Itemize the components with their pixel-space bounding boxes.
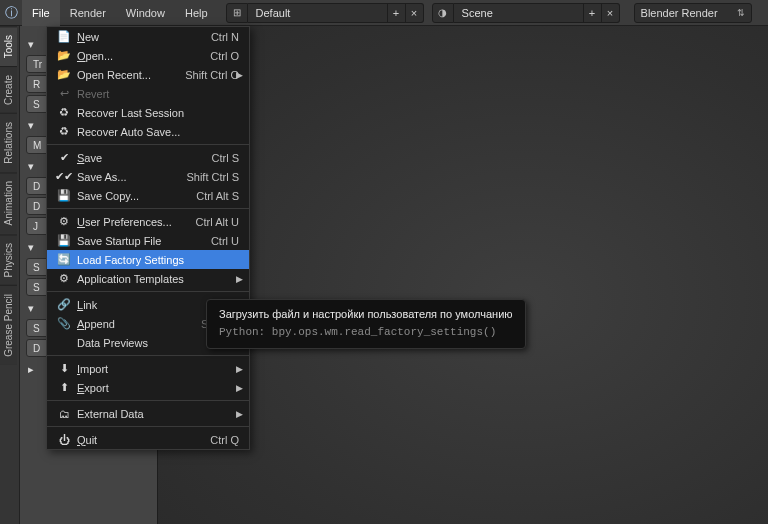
menu-item-recover-last-session[interactable]: ♻Recover Last Session [47, 103, 249, 122]
submenu-arrow-icon: ▶ [236, 383, 243, 393]
menu-item-save-copy[interactable]: 💾Save Copy...Ctrl Alt S [47, 186, 249, 205]
submenu-arrow-icon: ▶ [236, 70, 243, 80]
submenu-arrow-icon: ▶ [236, 364, 243, 374]
menu-item-label: Export [73, 382, 241, 394]
menu-shortcut: Ctrl Alt S [196, 190, 241, 202]
chevron-updown-icon: ⇅ [737, 8, 745, 18]
top-header: ⓘ File Render Window Help ⊞ Default + × … [0, 0, 768, 26]
save-icon: 💾 [55, 234, 73, 247]
menu-item-new[interactable]: 📄NewCtrl N [47, 27, 249, 46]
menu-item-label: New [73, 31, 211, 43]
menu-item-user-preferences[interactable]: ⚙User Preferences...Ctrl Alt U [47, 212, 249, 231]
vtab-physics[interactable]: Physics [0, 234, 17, 285]
tooltip-python: Python: bpy.ops.wm.read_factory_settings… [219, 326, 513, 338]
menu-item-external-data[interactable]: 🗂External Data▶ [47, 404, 249, 423]
recover-icon: ♻ [55, 125, 73, 138]
menu-shortcut: Ctrl Alt U [196, 216, 241, 228]
menu-item-open-recent[interactable]: 📂Open Recent...Shift Ctrl O▶ [47, 65, 249, 84]
menu-separator [47, 291, 249, 292]
menu-shortcut: Shift Ctrl S [186, 171, 241, 183]
menu-item-label: Load Factory Settings [73, 254, 241, 266]
menu-separator [47, 144, 249, 145]
menu-item-recover-auto-save[interactable]: ♻Recover Auto Save... [47, 122, 249, 141]
layout-browse-icon[interactable]: ⊞ [226, 3, 248, 23]
folder-icon: 📂 [55, 68, 73, 81]
link-icon: 🔗 [55, 298, 73, 311]
menu-render[interactable]: Render [60, 0, 116, 26]
menu-file[interactable]: File [22, 0, 60, 26]
menu-separator [47, 355, 249, 356]
menu-item-label: Recover Last Session [73, 107, 241, 119]
scene-delete-button[interactable]: × [602, 3, 620, 23]
menu-shortcut: Ctrl U [211, 235, 241, 247]
menu-shortcut: Ctrl N [211, 31, 241, 43]
doc-icon: 📄 [55, 30, 73, 43]
scene-browse-icon[interactable]: ◑ [432, 3, 454, 23]
submenu-arrow-icon: ▶ [236, 409, 243, 419]
menu-item-label: Save As... [73, 171, 186, 183]
tooltip: Загрузить файл и настройки пользователя … [206, 299, 526, 349]
menu-separator [47, 208, 249, 209]
quit-icon: ⏻ [55, 434, 73, 446]
render-engine-dropdown[interactable]: Blender Render ⇅ [634, 3, 752, 23]
info-editor-icon[interactable]: ⓘ [0, 2, 22, 24]
folder-icon: 📂 [55, 49, 73, 62]
menu-item-label: Save Startup File [73, 235, 211, 247]
layout-add-button[interactable]: + [388, 3, 406, 23]
submenu-arrow-icon: ▶ [236, 274, 243, 284]
menu-window[interactable]: Window [116, 0, 175, 26]
menu-shortcut: Shift Ctrl O [185, 69, 241, 81]
import-icon: ⬇ [55, 362, 73, 375]
menu-shortcut: Ctrl O [210, 50, 241, 62]
menu-item-import[interactable]: ⬇Import▶ [47, 359, 249, 378]
menu-shortcut: Ctrl Q [210, 434, 241, 446]
append-icon: 📎 [55, 317, 73, 330]
menu-item-label: Append [73, 318, 201, 330]
screen-layout-field-group: ⊞ Default + × [226, 3, 424, 23]
scene-field-group: ◑ Scene + × [432, 3, 620, 23]
menu-separator [47, 426, 249, 427]
menu-item-open[interactable]: 📂Open...Ctrl O [47, 46, 249, 65]
menu-item-load-factory-settings[interactable]: 🔄Load Factory Settings [47, 250, 249, 269]
menu-item-label: Save [73, 152, 212, 164]
load-icon: 🔄 [55, 253, 73, 266]
menu-item-application-templates[interactable]: ⚙Application Templates▶ [47, 269, 249, 288]
vtab-grease-pencil[interactable]: Grease Pencil [0, 285, 17, 365]
menu-item-label: Open Recent... [73, 69, 185, 81]
vtab-relations[interactable]: Relations [0, 113, 17, 172]
vtab-create[interactable]: Create [0, 66, 17, 113]
scene-name-field[interactable]: Scene [454, 3, 584, 23]
external-icon: 🗂 [55, 408, 73, 420]
layout-name-field[interactable]: Default [248, 3, 388, 23]
menu-item-label: Revert [73, 88, 241, 100]
revert-icon: ↩ [55, 87, 73, 100]
scene-add-button[interactable]: + [584, 3, 602, 23]
tooltip-title: Загрузить файл и настройки пользователя … [219, 308, 513, 320]
menu-item-label: Import [73, 363, 241, 375]
menu-item-label: Save Copy... [73, 190, 196, 202]
vtab-tools[interactable]: Tools [0, 26, 17, 66]
save-icon: 💾 [55, 189, 73, 202]
prefs-icon: ⚙ [55, 272, 73, 285]
menu-item-label: Open... [73, 50, 210, 62]
menu-help[interactable]: Help [175, 0, 218, 26]
prefs-icon: ⚙ [55, 215, 73, 228]
file-menu-dropdown: 📄NewCtrl N📂Open...Ctrl O📂Open Recent...S… [46, 26, 250, 450]
export-icon: ⬆ [55, 381, 73, 394]
recover-icon: ♻ [55, 106, 73, 119]
menu-item-label: Quit [73, 434, 210, 446]
vtab-animation[interactable]: Animation [0, 172, 17, 233]
menu-item-label: Application Templates [73, 273, 241, 285]
menu-item-export[interactable]: ⬆Export▶ [47, 378, 249, 397]
menu-item-revert: ↩Revert [47, 84, 249, 103]
menu-item-save[interactable]: ✔SaveCtrl S [47, 148, 249, 167]
check-icon: ✔ [55, 151, 73, 164]
layout-delete-button[interactable]: × [406, 3, 424, 23]
menu-item-label: Recover Auto Save... [73, 126, 241, 138]
menu-item-save-as[interactable]: ✔✔Save As...Shift Ctrl S [47, 167, 249, 186]
menu-item-save-startup-file[interactable]: 💾Save Startup FileCtrl U [47, 231, 249, 250]
menu-shortcut: Ctrl S [212, 152, 242, 164]
menu-item-quit[interactable]: ⏻QuitCtrl Q [47, 430, 249, 449]
menu-item-label: User Preferences... [73, 216, 196, 228]
menu-item-label: External Data [73, 408, 241, 420]
